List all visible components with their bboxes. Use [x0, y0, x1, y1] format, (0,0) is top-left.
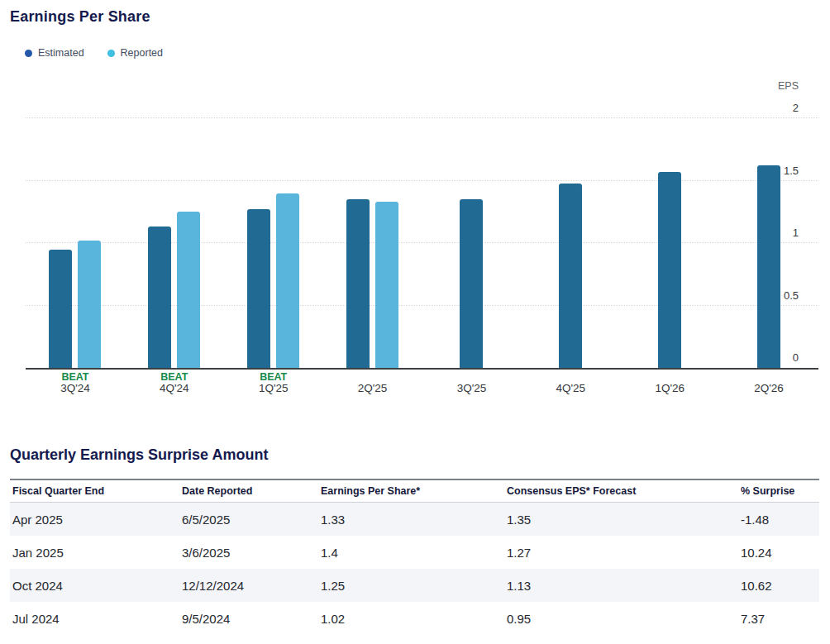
y-tick-1: 1 — [793, 227, 799, 239]
legend-dot-icon — [25, 50, 32, 57]
cell--surprise: 10.62 — [738, 579, 819, 593]
cell--surprise: -1.48 — [738, 513, 819, 527]
bar-estimated-2Q'25[interactable] — [346, 199, 370, 368]
cell-date-reported: 3/6/2025 — [179, 546, 318, 560]
cell-consensus-eps-forecast: 0.95 — [504, 612, 738, 626]
header-cell-3: Consensus EPS* Forecast — [504, 485, 738, 497]
cell-fiscal-quarter-end: Jan 2025 — [10, 546, 179, 560]
earnings-surprise-table: Fiscal Quarter EndDate ReportedEarnings … — [10, 479, 819, 635]
x-tick-4Q'25: 4Q'25 — [556, 382, 586, 394]
cell-date-reported: 12/12/2024 — [179, 579, 318, 593]
legend-item-estimated[interactable]: Estimated — [25, 47, 84, 59]
bar-estimated-2Q'26[interactable] — [757, 165, 780, 368]
header-cell-1: Date Reported — [179, 485, 318, 497]
x-tick-1Q'25: 1Q'25 — [259, 382, 289, 394]
bar-estimated-1Q'25[interactable] — [247, 209, 270, 368]
bar-estimated-3Q'24[interactable] — [49, 250, 72, 368]
table-body: Apr 20256/5/20251.331.35-1.48Jan 20253/6… — [10, 503, 819, 635]
x-tick-1Q'26: 1Q'26 — [655, 382, 685, 394]
cell-earnings-per-share-: 1.4 — [318, 546, 504, 560]
legend-item-reported[interactable]: Reported — [107, 47, 163, 59]
cell-fiscal-quarter-end: Apr 2025 — [10, 513, 179, 527]
header-cell-4: % Surprise — [738, 485, 819, 497]
x-axis-line — [26, 368, 818, 370]
bar-estimated-4Q'24[interactable] — [148, 227, 171, 368]
x-tick-2Q'25: 2Q'25 — [358, 382, 388, 394]
bar-estimated-4Q'25[interactable] — [559, 184, 582, 368]
beat-label-4Q'24: BEAT — [160, 371, 188, 383]
legend: EstimatedReported — [25, 47, 163, 59]
cell-consensus-eps-forecast: 1.27 — [504, 546, 738, 560]
cell-fiscal-quarter-end: Oct 2024 — [10, 579, 179, 593]
cell--surprise: 7.37 — [738, 612, 819, 626]
y-tick-0.5: 0.5 — [784, 289, 799, 302]
cell-date-reported: 6/5/2025 — [179, 513, 318, 527]
chart-title: Earnings Per Share — [10, 8, 150, 26]
beat-label-1Q'25: BEAT — [260, 371, 287, 383]
table-row: Jul 20249/5/20241.020.957.37 — [10, 602, 819, 635]
y-tick-0: 0 — [793, 351, 799, 364]
legend-label: Estimated — [38, 47, 84, 59]
bar-estimated-3Q'25[interactable] — [460, 199, 483, 368]
bar-estimated-1Q'26[interactable] — [658, 172, 681, 368]
y-tick-1.5: 1.5 — [784, 165, 799, 177]
bar-reported-2Q'25[interactable] — [375, 202, 398, 368]
cell-consensus-eps-forecast: 1.35 — [504, 513, 738, 527]
cell-consensus-eps-forecast: 1.13 — [504, 579, 738, 593]
y-axis-title: EPS — [778, 80, 799, 92]
cell--surprise: 10.24 — [738, 546, 819, 560]
bar-reported-4Q'24[interactable] — [177, 212, 200, 368]
beat-label-3Q'24: BEAT — [61, 371, 88, 383]
gridline-1.5 — [26, 180, 818, 181]
y-tick-2: 2 — [793, 102, 799, 114]
table-row: Jan 20253/6/20251.41.2710.24 — [10, 536, 819, 569]
cell-earnings-per-share-: 1.02 — [318, 612, 504, 626]
cell-fiscal-quarter-end: Jul 2024 — [10, 612, 179, 626]
header-cell-2: Earnings Per Share* — [318, 485, 504, 497]
cell-earnings-per-share-: 1.33 — [318, 513, 504, 527]
bar-reported-3Q'24[interactable] — [78, 241, 101, 368]
header-cell-0: Fiscal Quarter End — [10, 485, 179, 497]
x-tick-3Q'25: 3Q'25 — [457, 382, 487, 394]
table-title: Quarterly Earnings Surprise Amount — [10, 446, 268, 464]
gridline-2 — [26, 117, 818, 118]
legend-dot-icon — [107, 50, 115, 57]
gridline-1 — [26, 242, 818, 243]
legend-label: Reported — [121, 47, 163, 59]
table-row: Apr 20256/5/20251.331.35-1.48 — [10, 503, 819, 536]
x-tick-2Q'26: 2Q'26 — [754, 382, 784, 394]
earnings-widget: Earnings Per Share EstimatedReported EPS… — [0, 0, 830, 644]
x-tick-3Q'24: 3Q'24 — [60, 382, 90, 394]
x-tick-4Q'24: 4Q'24 — [160, 382, 189, 394]
cell-date-reported: 9/5/2024 — [179, 612, 318, 626]
gridline-0.5 — [26, 305, 818, 306]
eps-bar-chart: EPS 00.511.52BEAT3Q'24BEAT4Q'24BEAT1Q'25… — [26, 118, 818, 368]
cell-earnings-per-share-: 1.25 — [318, 579, 504, 593]
table-row: Oct 202412/12/20241.251.1310.62 — [10, 569, 819, 602]
table-header-row: Fiscal Quarter EndDate ReportedEarnings … — [10, 479, 819, 503]
bar-reported-1Q'25[interactable] — [276, 193, 299, 368]
